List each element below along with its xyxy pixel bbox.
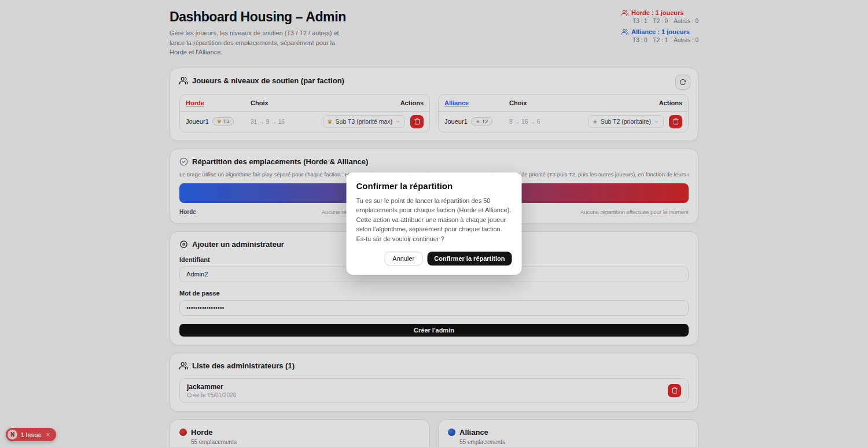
modal-actions: Annuler Confirmer la répartition <box>356 252 512 265</box>
cancel-button[interactable]: Annuler <box>384 252 422 265</box>
modal-title: Confirmer la répartition <box>356 181 512 191</box>
confirm-repartition-button[interactable]: Confirmer la répartition <box>427 252 512 265</box>
confirm-repartition-modal: Confirmer la répartition Tu es sur le po… <box>347 172 522 275</box>
modal-body-text: Tu es sur le point de lancer la répartit… <box>356 196 512 244</box>
